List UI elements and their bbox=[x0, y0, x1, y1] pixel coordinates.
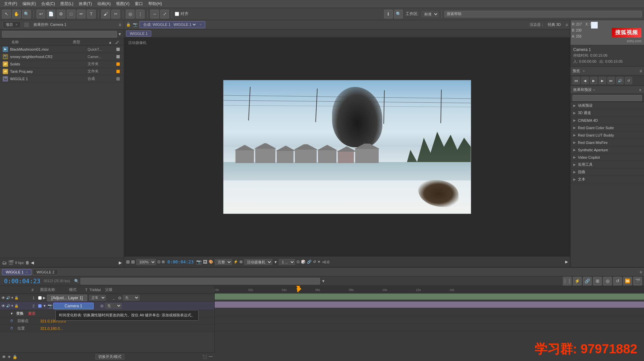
menu-layer[interactable]: 图层(L) bbox=[58, 0, 76, 7]
menu-animate[interactable]: 动画(A) bbox=[95, 0, 113, 7]
tool-magnify[interactable]: 🔍 bbox=[22, 10, 31, 18]
camera-dropdown-arrow[interactable]: ▼ bbox=[274, 260, 277, 264]
menu-window[interactable]: 窗口 bbox=[132, 0, 146, 7]
new-comp-from-selection[interactable]: 🎬 bbox=[8, 260, 14, 265]
layer-expand-1[interactable]: ▶ bbox=[43, 296, 46, 300]
toggle-mode-btn[interactable]: 切换开关/模式 bbox=[95, 354, 124, 360]
wave-icon[interactable]: 〰 bbox=[209, 355, 213, 359]
timeline-tab-wiggle1[interactable]: WIGGLE 1 × bbox=[2, 269, 32, 275]
menu-help[interactable]: 帮助(H) bbox=[146, 0, 165, 7]
list-item[interactable]: ▶ BlackMushroom01.mov QuickT... bbox=[0, 46, 124, 53]
timeline-tool-6[interactable]: ↺ bbox=[613, 277, 622, 286]
next-arrow[interactable]: ▶ bbox=[119, 260, 122, 265]
panel-menu-icon[interactable]: ≡ bbox=[566, 22, 568, 27]
layer-row-1[interactable]: 👁 🔊 ☀ 🔓 1 ▶ [Adjust... Layer 1] 正常 _ ⊙ 无 bbox=[0, 294, 214, 302]
tool-search[interactable]: 🔍 bbox=[394, 10, 403, 18]
preview-first[interactable]: ⏮ bbox=[573, 77, 580, 84]
snapshot-icon[interactable]: 📷 bbox=[196, 259, 202, 264]
tool-text[interactable]: T bbox=[87, 10, 96, 18]
layer-lock-icon[interactable]: 🔓 bbox=[14, 296, 18, 300]
tool-select[interactable]: ↖ bbox=[2, 10, 11, 18]
layer-solo-icon[interactable]: ☀ bbox=[11, 304, 14, 308]
show-snapshot-icon[interactable]: 🖼 bbox=[203, 259, 207, 264]
tool-camera-orbit[interactable]: ↔ bbox=[150, 10, 159, 18]
new-folder-icon[interactable]: 🗂 bbox=[2, 260, 7, 265]
project-tab-close[interactable]: × bbox=[15, 22, 17, 27]
color-picker-icon[interactable]: 🎨 bbox=[209, 260, 213, 264]
timeline-tool-2[interactable]: ⚡ bbox=[573, 277, 582, 286]
timeline-tool-1[interactable]: ⋮⋮ bbox=[563, 277, 572, 286]
timeline-search[interactable] bbox=[80, 278, 320, 285]
layer-solo-icon[interactable]: ☀ bbox=[11, 296, 14, 300]
preview-play[interactable]: ▶ bbox=[590, 77, 597, 84]
viewer-grid-icon[interactable]: ⊞ bbox=[131, 259, 135, 264]
layer-vis-icon[interactable]: 👁 bbox=[1, 304, 5, 308]
effects-search-input[interactable] bbox=[573, 95, 642, 101]
timeline-tab-wiggle2[interactable]: WIGGLE 2 bbox=[33, 269, 58, 275]
timeline-tool-7[interactable]: ⏩ bbox=[623, 277, 632, 286]
grid-icon[interactable]: ⊞ bbox=[239, 260, 243, 264]
tool-rect[interactable]: □ bbox=[67, 10, 75, 18]
tool-brush[interactable]: 🖌 bbox=[101, 10, 110, 18]
preview-loop[interactable]: ↺ bbox=[625, 77, 632, 84]
3d-view-icon[interactable]: 🎲 bbox=[301, 260, 306, 264]
menu-compose[interactable]: 合成(C) bbox=[39, 0, 58, 7]
tool-puppet[interactable]: ⋮ bbox=[136, 10, 145, 18]
reset-exposure-icon[interactable]: ↺ bbox=[313, 260, 316, 264]
effects-menu[interactable]: ≡ bbox=[639, 88, 641, 92]
layer-name-2[interactable]: Camera 1 bbox=[53, 303, 94, 309]
prev-arrow[interactable]: ◀ bbox=[31, 260, 34, 265]
effects-category-color-suite[interactable]: ▶ Red Giant Color Suite bbox=[571, 124, 644, 132]
effects-category-video-copilot[interactable]: ▶ Video Copilot bbox=[571, 154, 644, 161]
expand-all-icon[interactable]: ⬛ bbox=[202, 355, 207, 359]
preview-last[interactable]: ⏭ bbox=[607, 77, 615, 84]
lock-icon-bottom[interactable]: 🔒 bbox=[12, 355, 17, 359]
comp-close-icon[interactable]: × bbox=[199, 22, 201, 27]
exposure-icon[interactable]: ☀ bbox=[317, 260, 321, 264]
menu-file[interactable]: 文件(F) bbox=[1, 0, 20, 7]
reset-button[interactable]: 重置 bbox=[28, 311, 36, 316]
preview-step-fwd[interactable]: ▶ bbox=[599, 77, 606, 84]
timecode-display[interactable]: 0:00:04:23 bbox=[2, 277, 42, 285]
search-dropdown[interactable]: ▼ bbox=[118, 32, 122, 37]
viewer-tab-wiggle1[interactable]: WIGGLE 1 bbox=[126, 31, 151, 37]
layer-vis-icon[interactable]: 👁 bbox=[1, 296, 5, 300]
project-tab[interactable]: 项目 × bbox=[3, 21, 21, 28]
panel-collapse[interactable]: ▶ bbox=[565, 260, 568, 264]
preview-close[interactable]: × bbox=[583, 69, 585, 73]
menu-view[interactable]: 视图(V) bbox=[113, 0, 132, 7]
tab-close-icon[interactable]: × bbox=[26, 270, 28, 274]
preview-panel-menu[interactable]: ≡ bbox=[640, 69, 642, 73]
tool-clone[interactable]: ✂ bbox=[111, 10, 120, 18]
tool-pen[interactable]: ✏ bbox=[77, 10, 86, 18]
transform-expand[interactable]: ▼ bbox=[10, 312, 13, 315]
layer-name-1[interactable]: [Adjust... Layer 1] bbox=[47, 295, 87, 301]
menu-edit[interactable]: 编辑(E) bbox=[20, 0, 39, 7]
preview-step-back[interactable]: ◀ bbox=[581, 77, 589, 84]
effects-category-lut-buddy[interactable]: ▶ Red Giant LUT Buddy bbox=[571, 132, 644, 139]
layer-audio-icon[interactable]: 🔊 bbox=[6, 296, 10, 300]
delete-icon[interactable]: 🗑 bbox=[25, 260, 30, 265]
comp-tab-wiggle1[interactable]: 合成: WIGGLE 1 WIGGLE 1 × bbox=[140, 21, 205, 28]
tool-camera-track[interactable]: ⤢ bbox=[160, 10, 169, 18]
align-checkbox[interactable] bbox=[175, 12, 179, 16]
timeline-tool-3[interactable]: 🔗 bbox=[583, 277, 592, 286]
search-dropdown[interactable]: ▼ bbox=[321, 279, 325, 283]
list-item[interactable]: 🎬 WIGGLE 1 合成 bbox=[0, 75, 124, 83]
camera-select[interactable]: 活动摄像机 bbox=[244, 259, 272, 265]
quality-select[interactable]: 完整 bbox=[215, 259, 232, 265]
layer-row-2[interactable]: 👁 🔊 ☀ 🔓 2 ▼ 📷 Camera 1 ⊙ 无 bbox=[0, 302, 214, 310]
timeline-tool-5[interactable]: ◎ bbox=[603, 277, 612, 286]
list-item[interactable]: 📁 Tank Proj.aep 文件夹 bbox=[0, 68, 124, 75]
comp-dropdown[interactable]: WIGGLE 1 bbox=[172, 22, 197, 27]
effects-category-text[interactable]: ▶ 文本 bbox=[571, 176, 644, 183]
layer-parent-1[interactable]: 无 bbox=[123, 295, 140, 301]
stopwatch-icon[interactable]: ⏱ bbox=[10, 319, 13, 323]
layer-mode-1[interactable]: 正常 bbox=[89, 295, 106, 301]
list-item[interactable]: 📁 Solids 文件夹 bbox=[0, 60, 124, 68]
safe-margins-icon[interactable]: ⊞ bbox=[162, 260, 165, 264]
sort-arrow-up[interactable]: ▲ bbox=[108, 40, 112, 44]
viewer-snap-icon[interactable]: ⊞ bbox=[126, 259, 130, 264]
solo-icon-bottom[interactable]: ☀ bbox=[7, 355, 11, 359]
effects-category-utility[interactable]: ▶ 实用工具 bbox=[571, 161, 644, 168]
